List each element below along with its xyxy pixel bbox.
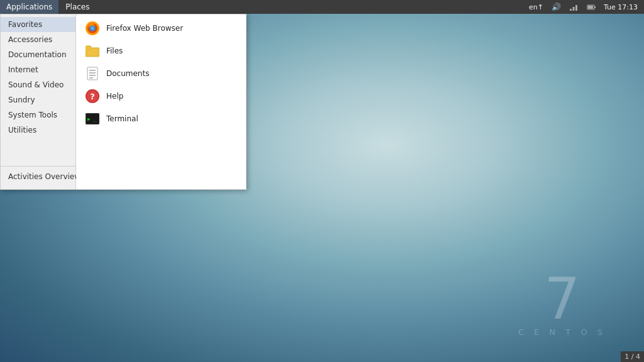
sidebar-item-favorites[interactable]: Favorites [1,17,75,32]
svg-text:▶ _: ▶ _ [87,116,97,122]
svg-text:?: ? [90,92,95,101]
files-icon-container [85,43,100,58]
sound-indicator[interactable]: 🔊 [548,0,564,14]
help-icon-container: ? [85,89,100,104]
centos-brand: C E N T O S [518,327,606,337]
workspace-pager: 1 / 4 [621,351,644,362]
menu-item-terminal-label: Terminal [106,114,138,123]
svg-rect-2 [575,5,577,11]
svg-rect-4 [594,6,596,8]
menu-item-terminal[interactable]: ▶ _ Terminal [76,107,246,130]
network-icon [569,2,579,12]
menu-item-files-label: Files [106,47,123,55]
sidebar-item-accessories[interactable]: Accessories [1,32,75,47]
top-panel: Applications Places en↑ 🔊 [0,0,644,14]
sidebar-item-activities[interactable]: Activities Overview [1,169,75,184]
places-menu-button[interactable]: Places [59,0,96,14]
svg-rect-0 [570,9,572,11]
centos-version-number: 7 [518,271,606,327]
terminal-icon-container: ▶ _ [85,111,100,126]
battery-indicator[interactable] [584,0,599,14]
sidebar-bottom: Activities Overview [1,166,75,187]
svg-rect-1 [573,7,575,11]
centos-watermark: 7 C E N T O S [518,271,606,337]
menu-item-documents-label: Documents [106,69,149,78]
sidebar-spacer [1,138,75,166]
menu-item-documents[interactable]: Documents [76,62,246,85]
svg-point-9 [91,26,94,30]
menu-item-firefox[interactable]: Firefox Web Browser [76,17,246,40]
menu-item-files[interactable]: Files [76,40,246,62]
panel-left: Applications Places [0,0,96,14]
sidebar-item-documentation[interactable]: Documentation [1,47,75,62]
menu-sidebar: Favorites Accessories Documentation Inte… [1,14,76,189]
menu-item-help-label: Help [106,92,123,101]
sidebar-item-system-tools[interactable]: System Tools [1,107,75,123]
firefox-icon [86,21,99,35]
applications-menu-button[interactable]: Applications [0,0,59,14]
firefox-icon-container [85,21,100,36]
sidebar-item-sundry[interactable]: Sundry [1,92,75,107]
sidebar-item-sound-video[interactable]: Sound & Video [1,77,75,92]
help-icon: ? [86,89,99,103]
menu-item-help[interactable]: ? Help [76,85,246,107]
files-icon [86,45,99,57]
svg-rect-5 [588,6,593,9]
panel-right: en↑ 🔊 Tue 17:13 [526,0,644,14]
language-label: en↑ [529,3,543,11]
sidebar-item-internet[interactable]: Internet [1,62,75,77]
network-indicator[interactable] [566,0,581,14]
language-indicator[interactable]: en↑ [526,0,546,14]
documents-icon-container [85,66,100,81]
applications-menu: Favorites Accessories Documentation Inte… [0,14,247,190]
svg-rect-13 [86,47,91,49]
datetime-display[interactable]: Tue 17:13 [601,0,640,14]
sidebar-item-utilities[interactable]: Utilities [1,123,75,138]
battery-icon [586,2,596,12]
menu-content: Firefox Web Browser Files [76,14,246,189]
documents-icon [87,67,98,80]
menu-item-firefox-label: Firefox Web Browser [106,24,183,33]
terminal-icon: ▶ _ [86,113,99,124]
sound-icon: 🔊 [551,2,561,12]
pager-label: 1 / 4 [625,353,640,361]
